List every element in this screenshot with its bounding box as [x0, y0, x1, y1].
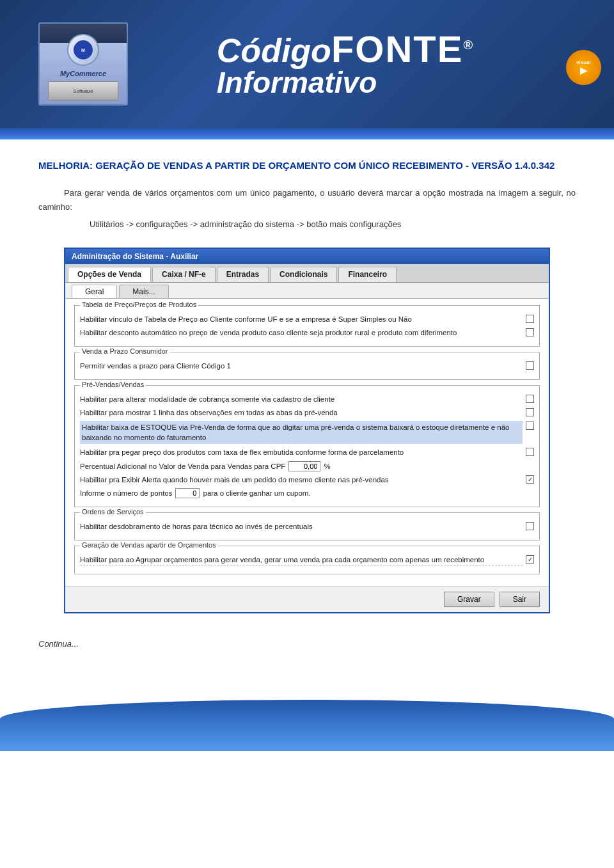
- visual-icon: ▶: [580, 65, 587, 75]
- tab-caixa-nfe[interactable]: Caixa / NF-e: [152, 267, 216, 282]
- section-geracao-vendas-title: Geração de Vendas apartir de Orçamentos: [80, 541, 218, 549]
- chk-venda-prazo-1[interactable]: [526, 361, 534, 370]
- section-ordens-servicos: Ordens de Serviços Habilitar desdobramen…: [74, 512, 540, 541]
- logo-text: MyCommerce: [60, 70, 106, 77]
- row-geracao-vendas-1-text: Habilitar para ao Agrupar orçamentos par…: [80, 555, 523, 565]
- section-pre-vendas: Pré-Vendas/Vendas Habilitar para alterar…: [74, 385, 540, 507]
- row-pre-vendas-4-text: Habilitar pra pegar preço dos produtos c…: [80, 447, 523, 457]
- row-pre-vendas-3: Habilitar baixa de ESTOQUE via Pré-Venda…: [80, 421, 534, 444]
- row-pre-vendas-1-text: Habilitar para alterar modalidade de cob…: [80, 394, 523, 404]
- tab-opcoes-venda[interactable]: Opções de Venda: [68, 267, 151, 282]
- header-right: visual ▶: [537, 43, 601, 85]
- chk-tabela-preco-1[interactable]: [526, 315, 534, 323]
- row-pontos: Informe o número de pontos para o client…: [80, 488, 534, 498]
- pontos-input[interactable]: [175, 488, 200, 498]
- header-center: Código FONTE® Informativo: [154, 29, 537, 99]
- chk-pre-vendas-2[interactable]: [526, 408, 534, 416]
- gravar-button[interactable]: Gravar: [444, 592, 494, 607]
- dialog-tabs: Opções de Venda Caixa / NF-e Entradas Co…: [65, 264, 549, 283]
- dialog-body: Tabela de Preço/Preços de Produtos Habil…: [65, 299, 549, 586]
- row-ordens-1: Habilitar desdobramento de horas para té…: [80, 521, 534, 532]
- row-venda-prazo-1-text: Permitir vendas a prazo para Cliente Cód…: [80, 361, 523, 371]
- header: M MyCommerce Software Código FONTE® Info…: [0, 0, 614, 128]
- row-venda-prazo-1: Permitir vendas a prazo para Cliente Cód…: [80, 361, 534, 371]
- chk-ordens-1[interactable]: [526, 522, 534, 530]
- row-pre-vendas-5-text: Habilitar pra Exibir Alerta quando houve…: [80, 475, 523, 485]
- row-pre-vendas-1: Habilitar para alterar modalidade de cob…: [80, 394, 534, 404]
- row-pre-vendas-2: Habilitar para mostrar 1 linha das obser…: [80, 407, 534, 418]
- dialog-footer: Gravar Sair: [65, 586, 549, 612]
- subtab-geral[interactable]: Geral: [72, 285, 117, 298]
- header-title-codigo: Código: [217, 33, 331, 69]
- section-pre-vendas-title: Pré-Vendas/Vendas: [80, 381, 146, 388]
- tab-entradas[interactable]: Entradas: [217, 267, 269, 282]
- logo-icon-text: M: [81, 48, 85, 52]
- chk-pre-vendas-1[interactable]: [526, 395, 534, 403]
- section-geracao-vendas: Geração de Vendas apartir de Orçamentos …: [74, 546, 540, 574]
- article-para2: Utilitários -> configurações -> administ…: [38, 217, 576, 232]
- chk-pre-vendas-4[interactable]: [526, 448, 534, 456]
- row-ordens-1-text: Habilitar desdobramento de horas para té…: [80, 521, 523, 532]
- section-ordens-servicos-title: Ordens de Serviços: [80, 508, 146, 516]
- section-tabela-preco-title: Tabela de Preço/Preços de Produtos: [80, 301, 198, 308]
- percentual-adicional-unit: %: [324, 462, 330, 470]
- main-content: MELHORIA: GERAÇÃO DE VENDAS A PARTIR DE …: [0, 139, 614, 674]
- row-percentual-adicional: Percentual Adicional no Valor de Venda p…: [80, 461, 534, 471]
- visual-badge-text: visual: [576, 59, 591, 65]
- dialog-subtabs: Geral Mais...: [65, 283, 549, 299]
- tab-financeiro[interactable]: Financeiro: [338, 267, 397, 282]
- product-label: Software: [73, 88, 93, 94]
- row-tabela-preco-1: Habilitar vínculo de Tabela de Preço ao …: [80, 314, 534, 324]
- percentual-adicional-input[interactable]: [288, 461, 320, 471]
- header-title-fonte: FONTE®: [331, 29, 474, 70]
- chk-tabela-preco-2[interactable]: [526, 328, 534, 336]
- header-wave: [0, 128, 614, 139]
- bottom-wave: [0, 700, 614, 751]
- percentual-adicional-label: Percentual Adicional no Valor de Venda p…: [80, 462, 285, 470]
- row-pre-vendas-5: Habilitar pra Exibir Alerta quando houve…: [80, 475, 534, 485]
- article-para1: Para gerar venda de vários orçamentos co…: [38, 186, 576, 214]
- continues-text: Continua...: [38, 639, 576, 649]
- chk-pre-vendas-5[interactable]: [526, 475, 534, 484]
- row-pre-vendas-3-text: Habilitar baixa de ESTOQUE via Pré-Venda…: [80, 421, 523, 444]
- section-venda-prazo: Venda a Prazo Consumidor Permitir vendas…: [74, 352, 540, 380]
- dialog-box: Adminitração do Sistema - Auxiliar Opçõe…: [64, 248, 550, 613]
- row-pre-vendas-2-text: Habilitar para mostrar 1 linha das obser…: [80, 407, 523, 418]
- subtab-mais[interactable]: Mais...: [119, 285, 168, 298]
- pontos-label-before: Informe o número de pontos: [80, 489, 172, 497]
- tab-condicionais[interactable]: Condicionais: [270, 267, 337, 282]
- row-tabela-preco-2: Habilitar desconto automático no preço d…: [80, 327, 534, 338]
- chk-geracao-vendas-1[interactable]: [526, 555, 534, 564]
- bottom-section: [0, 674, 614, 751]
- section-venda-prazo-title: Venda a Prazo Consumidor: [80, 347, 170, 355]
- row-pre-vendas-4: Habilitar pra pegar preço dos produtos c…: [80, 447, 534, 457]
- article-body: Para gerar venda de vários orçamentos co…: [38, 186, 576, 232]
- row-tabela-preco-2-text: Habilitar desconto automático no preço d…: [80, 327, 523, 338]
- section-tabela-preco: Tabela de Preço/Preços de Produtos Habil…: [74, 305, 540, 347]
- header-left: M MyCommerce Software: [13, 22, 154, 106]
- row-geracao-vendas-1: Habilitar para ao Agrupar orçamentos par…: [80, 555, 534, 565]
- article-title: MELHORIA: GERAÇÃO DE VENDAS A PARTIR DE …: [38, 159, 576, 173]
- header-title-informativo: Informativo: [217, 67, 474, 99]
- dialog-titlebar: Adminitração do Sistema - Auxiliar: [65, 249, 549, 264]
- row-tabela-preco-1-text: Habilitar vínculo de Tabela de Preço ao …: [80, 314, 523, 324]
- pontos-label-after: para o cliente ganhar um cupom.: [203, 489, 310, 497]
- sair-button[interactable]: Sair: [500, 592, 540, 607]
- chk-pre-vendas-3[interactable]: [526, 422, 534, 430]
